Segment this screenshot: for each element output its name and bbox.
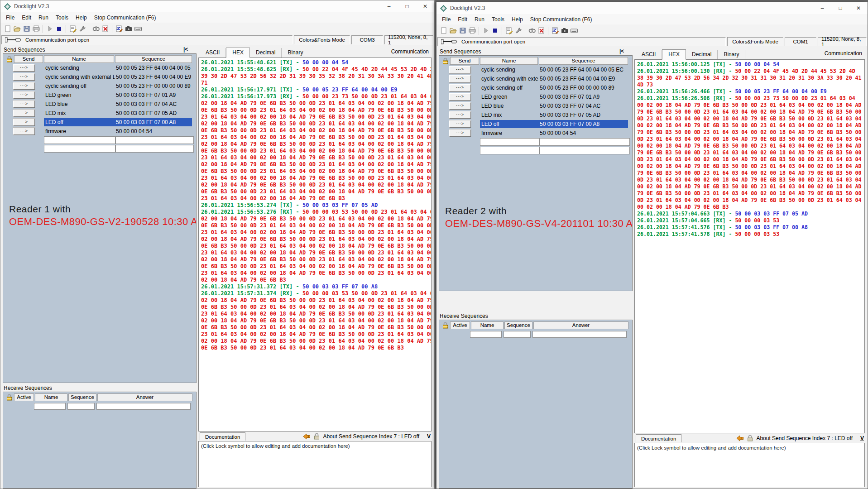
sequence-bytes[interactable]: 50 00 03 03 FF 07 04 AC <box>115 100 192 108</box>
lock-icon[interactable] <box>314 433 320 440</box>
status-port-params[interactable]: 115200, None, 8, 1 <box>384 35 433 44</box>
sequence-name[interactable]: LED off <box>480 120 538 128</box>
send-button[interactable]: ---> <box>13 91 35 99</box>
project-settings-icon[interactable] <box>68 24 77 34</box>
send-button[interactable]: ---> <box>13 119 35 126</box>
empty-name-cell[interactable] <box>480 138 539 146</box>
empty-name-cell[interactable] <box>480 147 539 154</box>
column-header-name[interactable]: Name <box>35 393 67 401</box>
clear-buffer-icon[interactable] <box>537 26 546 35</box>
sequence-name[interactable]: cyclic sending with external L... <box>480 75 538 83</box>
tab-decimal[interactable]: Decimal <box>686 50 718 59</box>
tab-hex[interactable]: HEX <box>662 49 686 60</box>
send-button[interactable]: ---> <box>13 128 35 135</box>
send-button[interactable]: ---> <box>449 129 471 137</box>
sequence-bytes[interactable]: 50 00 03 03 FF 07 00 A8 <box>538 120 628 128</box>
save-icon[interactable] <box>22 24 31 34</box>
stop-icon[interactable] <box>490 26 500 35</box>
empty-sequence-cell[interactable] <box>504 331 531 338</box>
sequence-name[interactable]: LED blue <box>480 102 538 110</box>
stop-icon[interactable] <box>54 24 64 34</box>
sequence-name[interactable]: cyclic sending off <box>480 84 538 92</box>
lock-icon[interactable] <box>4 394 14 401</box>
sequence-name[interactable]: cyclic sending off <box>44 82 115 90</box>
sequence-bytes[interactable]: 50 00 00 04 54 <box>538 129 628 137</box>
run-icon[interactable] <box>481 26 490 35</box>
menu-item-tools[interactable]: Tools <box>52 14 72 21</box>
clear-buffer-icon[interactable] <box>101 24 110 34</box>
sequence-bytes[interactable]: 50 00 03 03 FF 07 01 A9 <box>538 93 628 101</box>
send-button[interactable]: ---> <box>449 111 471 119</box>
sequence-bytes[interactable]: 50 00 05 23 FF 64 00 04 00 05 EC <box>538 66 628 74</box>
sequence-bytes[interactable]: 50 00 05 23 FF 00 00 00 00 89 <box>538 84 628 92</box>
menu-item-help[interactable]: Help <box>508 16 527 23</box>
empty-sequence-cell[interactable] <box>67 403 95 410</box>
send-button[interactable]: ---> <box>449 66 471 73</box>
open-icon[interactable] <box>12 24 22 34</box>
empty-sequence-cell[interactable] <box>539 138 630 146</box>
edit-notes-icon[interactable] <box>550 26 560 35</box>
collapse-panel-button[interactable]: |< <box>183 46 188 53</box>
column-header-send[interactable]: Send <box>450 57 479 65</box>
snapshot-icon[interactable] <box>560 26 569 35</box>
collapse-panel-button[interactable]: |< <box>619 48 624 54</box>
documentation-area[interactable]: (Click Lock symbol to allow editing and … <box>198 441 432 487</box>
sequence-bytes[interactable]: 50 00 03 03 FF 07 01 A9 <box>115 91 192 99</box>
maximize-button[interactable]: □ <box>398 0 416 12</box>
status-com-port[interactable]: COM3 <box>351 35 383 44</box>
lock-icon[interactable] <box>440 58 450 64</box>
tab-hex[interactable]: HEX <box>226 48 250 58</box>
send-button[interactable]: ---> <box>13 82 35 90</box>
sequence-bytes[interactable]: 50 00 00 04 54 <box>115 127 192 135</box>
title-bar[interactable]: Docklight V2.3 – □ ✕ <box>436 2 868 14</box>
project-settings-icon[interactable] <box>504 26 513 35</box>
empty-name-cell[interactable] <box>34 403 66 410</box>
menu-item-stop-communication-f6-[interactable]: Stop Communication (F6) <box>527 16 596 23</box>
status-mode[interactable]: Colors&Fonts Mode <box>294 35 350 44</box>
menu-item-run[interactable]: Run <box>35 14 52 21</box>
sequence-bytes[interactable]: 50 00 03 03 FF 07 04 AC <box>538 102 628 110</box>
new-icon[interactable] <box>439 26 448 35</box>
menu-item-edit[interactable]: Edit <box>454 16 471 23</box>
print-icon[interactable] <box>31 24 41 34</box>
title-bar[interactable]: Docklight V2.3 – □ ✕ <box>0 0 434 13</box>
keyboard-icon[interactable] <box>569 26 579 35</box>
sequence-bytes[interactable]: 50 00 03 03 FF 07 00 A8 <box>115 118 192 126</box>
close-button[interactable]: ✕ <box>416 0 434 12</box>
sequence-name[interactable]: LED blue <box>44 100 115 108</box>
column-header-name[interactable]: Name <box>480 57 538 65</box>
sequence-name[interactable]: cyclic sending <box>44 64 115 72</box>
sequence-name[interactable]: firmware <box>44 127 115 135</box>
column-header-answer[interactable]: Answer <box>97 393 192 401</box>
column-header-name[interactable]: Name <box>44 55 114 63</box>
sequence-bytes[interactable]: 50 00 05 23 FF 64 00 04 00 E9 <box>538 75 628 83</box>
sequence-bytes[interactable]: 50 00 03 03 FF 07 05 AD <box>538 111 628 119</box>
collapse-documentation-button[interactable]: V <box>427 433 431 440</box>
lock-icon[interactable] <box>747 435 753 441</box>
sequence-name[interactable]: LED off <box>44 118 115 126</box>
sequence-name[interactable]: LED green <box>44 91 115 99</box>
communication-log[interactable]: 26.01.2021 15:56:00.125 [TX] - 50 00 00 … <box>634 59 865 433</box>
column-header-sequence[interactable]: Sequence <box>115 55 192 63</box>
collapse-documentation-button[interactable]: V <box>860 435 864 441</box>
sequence-name[interactable]: LED mix <box>480 111 538 119</box>
sequence-bytes[interactable]: 50 00 03 03 FF 07 05 AD <box>115 109 192 117</box>
column-header-answer[interactable]: Answer <box>533 321 628 329</box>
sequence-name[interactable]: firmware <box>480 129 538 137</box>
snapshot-icon[interactable] <box>124 24 133 34</box>
empty-answer-cell[interactable] <box>532 331 627 338</box>
empty-sequence-cell[interactable] <box>539 147 630 154</box>
minimize-button[interactable]: – <box>813 2 831 14</box>
empty-name-cell[interactable] <box>44 136 115 144</box>
send-button[interactable]: ---> <box>13 110 35 117</box>
send-button[interactable]: ---> <box>449 84 471 91</box>
menu-item-tools[interactable]: Tools <box>488 16 508 23</box>
column-header-send[interactable]: Send <box>14 55 43 63</box>
status-port-params[interactable]: 115200, None, 8, 1 <box>818 37 867 46</box>
tab-ascii[interactable]: ASCII <box>636 50 662 59</box>
print-icon[interactable] <box>467 26 477 35</box>
empty-name-cell[interactable] <box>44 145 115 153</box>
sequence-name[interactable]: LED mix <box>44 109 115 117</box>
menu-item-edit[interactable]: Edit <box>18 14 35 21</box>
column-header-sequence[interactable]: Sequence <box>68 393 96 401</box>
